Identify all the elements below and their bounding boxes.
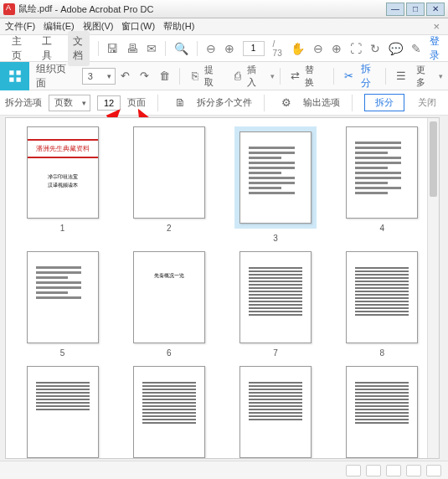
status-icon[interactable] [366, 465, 381, 476]
title-filename: 鼠绘.pdf [18, 3, 52, 15]
close-button[interactable]: ✕ [426, 3, 445, 16]
page-thumb[interactable]: 先秦概况一览 6 [122, 251, 215, 358]
page-thumb[interactable]: 8 [336, 251, 429, 358]
thumbnail-panel: 潘洲先生典藏资料 净宗印祖法宝汉译视频读本 1 2 3 4 5 [5, 117, 440, 459]
page-number-input[interactable] [243, 41, 265, 56]
split-tool[interactable]: ✂ 拆分 [339, 62, 381, 90]
tab-home[interactable]: 主页 [7, 31, 28, 66]
replace-icon[interactable]: ⇄ [287, 68, 303, 85]
split-multi-label[interactable]: 拆分多个文件 [197, 96, 252, 109]
main-toolbar: 主页 工具 文档 🖫 🖶 ✉ 🔍 ⊖ ⊕ / 73 ✋ ⊖ ⊕ ⛶ ↻ 💬 ✎ … [0, 35, 448, 62]
page-number: 4 [380, 224, 385, 233]
organize-pages-icon[interactable] [0, 62, 29, 90]
tab-tools[interactable]: 工具 [37, 31, 59, 66]
output-options-label[interactable]: 输出选项 [303, 96, 340, 109]
more-label[interactable]: 更多 [416, 64, 434, 89]
page-thumb[interactable]: 9 [16, 366, 109, 459]
page-thumb[interactable]: 2 [122, 126, 215, 243]
status-icon[interactable] [406, 465, 421, 476]
page1-title: 潘洲先生典藏资料 [28, 139, 98, 158]
page-number: 5 [60, 348, 65, 358]
extract-icon[interactable]: ⎘ [187, 68, 203, 85]
more-icon[interactable]: ☰ [393, 68, 409, 85]
rotate-ccw-icon[interactable]: ↶ [117, 68, 133, 85]
hand-icon[interactable]: ✋ [291, 41, 305, 56]
page-thumb[interactable]: 5 [16, 251, 109, 358]
zoom-in-icon[interactable]: ⊕ [332, 41, 342, 56]
split-close-button[interactable]: 关闭 [411, 95, 443, 111]
fit-icon[interactable]: ⛶ [350, 41, 362, 56]
svg-rect-2 [9, 77, 13, 81]
app-icon [3, 3, 15, 15]
maximize-button[interactable]: □ [406, 3, 425, 16]
comment-icon[interactable]: 💬 [389, 41, 403, 56]
page-thumb[interactable]: 12 [336, 366, 429, 459]
status-icon[interactable] [346, 465, 361, 476]
rotate-cw-icon[interactable]: ↷ [136, 68, 152, 85]
organize-toolbar: 组织页面 3 ↶ ↷ 🗑 ⎘ 提取 ⎙ 插入 ▾ ⇄ 替换 ✂ 拆分 ☰ 更多 … [0, 62, 448, 90]
split-mode-dropdown[interactable]: 页数 [49, 95, 90, 111]
page-number: 8 [380, 348, 385, 358]
save-icon[interactable]: 🖫 [106, 41, 118, 56]
svg-rect-3 [16, 77, 20, 81]
search-icon[interactable]: 🔍 [174, 41, 188, 56]
title-appname: Adobe Acrobat Pro DC [60, 4, 153, 14]
rotate-icon[interactable]: ↻ [370, 41, 380, 56]
page-thumb[interactable]: 7 [229, 251, 322, 358]
vertical-scrollbar[interactable] [427, 118, 439, 458]
svg-rect-1 [16, 70, 20, 75]
page-thumb-selected[interactable]: 3 [229, 126, 322, 243]
extract-label[interactable]: 提取 [204, 64, 222, 89]
page-thumb[interactable]: 4 [336, 126, 429, 243]
print-icon[interactable]: 🖶 [126, 41, 138, 56]
split-count-input[interactable] [97, 95, 121, 111]
svg-rect-0 [9, 70, 13, 75]
prev-page-icon[interactable]: ⊖ [206, 41, 216, 56]
page-number: 1 [60, 224, 65, 233]
minimize-button[interactable]: — [386, 3, 404, 16]
page-number: 2 [167, 224, 172, 233]
page-thumb[interactable]: 10 [122, 366, 215, 459]
status-bar [0, 461, 448, 479]
zoom-out-icon[interactable]: ⊖ [313, 41, 323, 56]
page-thumb[interactable]: 潘洲先生典藏资料 净宗印祖法宝汉译视频读本 1 [16, 126, 109, 243]
page-number: 7 [273, 348, 278, 358]
login-link[interactable]: 登录 [430, 34, 441, 63]
page-thumb[interactable]: 11 [229, 366, 322, 459]
split-options-bar: 拆分选项 页数 页面 🗎 拆分多个文件 ⚙ 输出选项 拆分 关闭 [0, 90, 448, 116]
output-icon[interactable]: ⚙ [278, 95, 295, 111]
tab-document[interactable]: 文档 [68, 31, 90, 66]
insert-icon[interactable]: ⎙ [229, 68, 245, 85]
page-number: 6 [167, 348, 172, 358]
menu-window[interactable]: 窗口(W) [121, 20, 155, 33]
menu-help[interactable]: 帮助(H) [163, 20, 194, 33]
next-page-icon[interactable]: ⊕ [224, 41, 234, 56]
mail-icon[interactable]: ✉ [147, 41, 157, 56]
replace-label[interactable]: 替换 [305, 64, 322, 89]
sign-icon[interactable]: ✎ [411, 41, 421, 56]
page-number: 3 [273, 234, 278, 243]
insert-label[interactable]: 插入 [247, 64, 265, 89]
window-titlebar: 鼠绘.pdf - Adobe Acrobat Pro DC — □ ✕ [0, 0, 448, 18]
status-icon[interactable] [426, 465, 441, 476]
split-unit-label: 页面 [127, 96, 146, 109]
page-dropdown[interactable]: 3 [82, 68, 116, 85]
delete-icon[interactable]: 🗑 [157, 68, 173, 85]
split-option-label: 拆分选项 [5, 96, 42, 109]
split-button[interactable]: 拆分 [364, 94, 404, 111]
scissors-icon: ✂ [341, 68, 357, 85]
organize-label: 组织页面 [29, 62, 82, 90]
page-total: / 73 [273, 39, 282, 58]
split-label: 拆分 [361, 62, 380, 90]
tab-close-icon[interactable]: × [430, 20, 443, 33]
status-icon[interactable] [386, 465, 401, 476]
multi-file-icon[interactable]: 🗎 [172, 95, 188, 111]
